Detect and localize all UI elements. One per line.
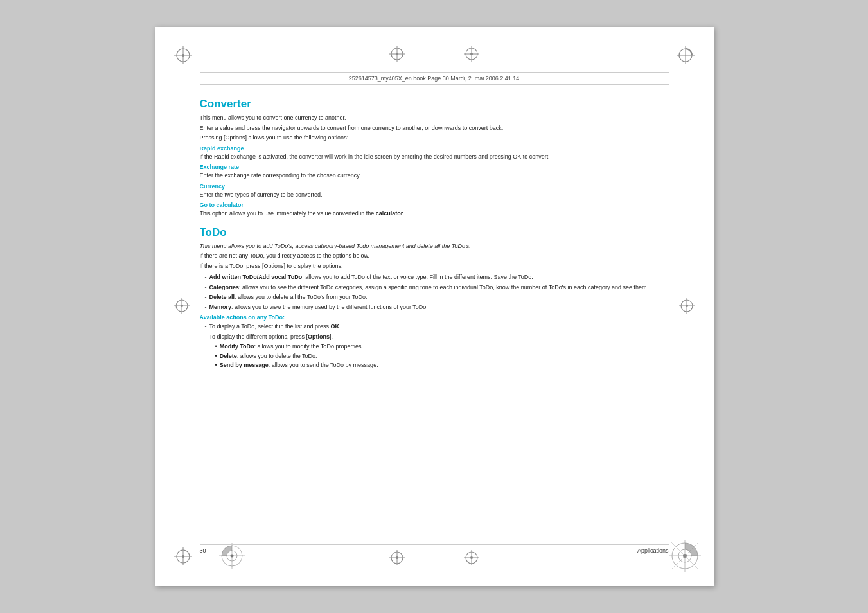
svg-point-25: [686, 305, 688, 307]
svg-point-3: [182, 54, 184, 57]
reg-mark-top-left: [174, 46, 192, 66]
todo-title: ToDo: [200, 226, 669, 239]
header-bar: 252614573_my405X_en.book Page 30 Mardi, …: [200, 72, 669, 85]
exchange-rate-text: Enter the exchange rate corresponding to…: [200, 172, 669, 181]
converter-intro1: This menu allows you to convert one curr…: [200, 114, 669, 123]
go-to-calc-heading: Go to calculator: [200, 202, 669, 208]
rapid-exchange-heading: Rapid exchange: [200, 145, 669, 152]
converter-title: Converter: [200, 98, 669, 111]
available-bullets: - To display a ToDo, select it in the li…: [205, 323, 669, 370]
svg-point-12: [678, 549, 691, 562]
todo-bullet-2: - Categories: allows you to see the diff…: [205, 283, 669, 292]
footer-page-number: 30: [200, 547, 206, 554]
nested-bullet-1: • Modify ToDo: allows you to modify the …: [215, 342, 669, 351]
exchange-rate-heading: Exchange rate: [200, 164, 669, 170]
content-area: Converter This menu allows you to conver…: [200, 98, 669, 541]
nested-bullet-3: • Send by message: allows you to send th…: [215, 361, 669, 370]
converter-intro3: Pressing [Options] allows you to use the…: [200, 134, 669, 143]
svg-point-7: [177, 550, 190, 563]
nested-bullets: • Modify ToDo: allows you to modify the …: [215, 342, 669, 370]
svg-point-41: [470, 556, 473, 559]
nested-bullet-2: • Delete: allows you to delete the ToDo.: [215, 352, 669, 361]
reg-mark-bottom-left: [174, 547, 192, 567]
reg-mark-top-center-right: [464, 46, 479, 63]
footer-bar: 30 Applications: [200, 544, 669, 554]
svg-point-29: [396, 53, 398, 55]
footer-section: Applications: [637, 547, 669, 554]
svg-point-0: [177, 49, 190, 62]
svg-point-33: [470, 53, 473, 55]
reg-mark-mid-left: [174, 298, 190, 315]
svg-point-21: [181, 305, 183, 307]
reg-mark-top-right: [677, 46, 695, 66]
todo-intro-italic: This menu allows you to add ToDo's, acce…: [200, 242, 669, 251]
currency-heading: Currency: [200, 183, 669, 190]
available-bullet-2: - To display the different options, pres…: [205, 333, 669, 342]
svg-point-30: [466, 48, 477, 60]
svg-point-22: [681, 300, 693, 312]
rapid-exchange-text: If the Rapid exchange is activated, the …: [200, 153, 669, 162]
todo-bullets: - Add written ToDo/Add vocal ToDo: allow…: [205, 273, 669, 312]
todo-intro2: If there are not any ToDo, you directly …: [200, 252, 669, 261]
currency-text: Enter the two types of currency to be co…: [200, 191, 669, 200]
svg-point-46: [230, 555, 233, 558]
available-bullet-1: - To display a ToDo, select it in the li…: [205, 323, 669, 332]
svg-point-10: [182, 555, 184, 558]
converter-section: Converter This menu allows you to conver…: [200, 98, 669, 218]
reg-mark-mid-right: [679, 298, 695, 315]
svg-point-17: [683, 554, 687, 558]
todo-bullet-3: - Delete all: allows you to delete all t…: [205, 293, 669, 302]
todo-intro3: If there is a ToDo, press [Options] to d…: [200, 262, 669, 271]
svg-point-26: [391, 48, 403, 60]
svg-point-18: [176, 300, 188, 312]
converter-intro2: Enter a value and press the navigator up…: [200, 124, 669, 133]
todo-bullet-1: - Add written ToDo/Add vocal ToDo: allow…: [205, 273, 669, 282]
go-to-calc-text: This option allows you to use immediatel…: [200, 209, 669, 218]
todo-section: ToDo This menu allows you to add ToDo's,…: [200, 226, 669, 370]
svg-line-16: [671, 542, 698, 569]
header-text: 252614573_my405X_en.book Page 30 Mardi, …: [349, 75, 520, 82]
svg-point-11: [672, 543, 698, 569]
todo-bullet-4: - Memory: allows you to view the memory …: [205, 303, 669, 312]
reg-mark-top-center-left: [389, 46, 405, 63]
available-heading: Available actions on any ToDo:: [200, 314, 669, 321]
svg-point-37: [396, 556, 398, 559]
reg-mark-bottom-right: [669, 540, 701, 573]
svg-point-4: [679, 49, 692, 62]
svg-line-15: [671, 542, 698, 569]
